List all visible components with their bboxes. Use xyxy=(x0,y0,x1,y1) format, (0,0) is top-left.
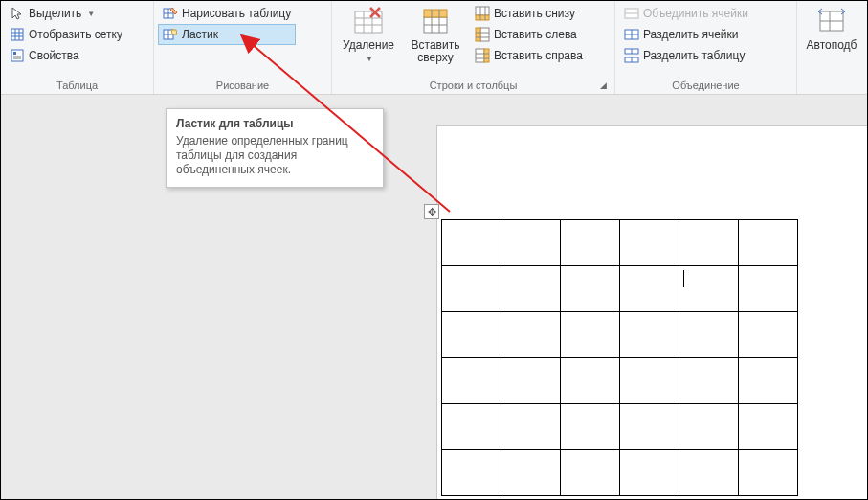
svg-rect-0 xyxy=(11,29,23,40)
insert-above-label: Вставить сверху xyxy=(409,39,462,64)
delete-icon xyxy=(352,5,385,37)
eraser-tooltip: Ластик для таблицы Удаление определенных… xyxy=(166,108,384,188)
show-gridlines-button[interactable]: Отобразить сетку xyxy=(5,24,127,45)
insert-left-button[interactable]: Вставить слева xyxy=(470,24,588,45)
document-table[interactable] xyxy=(441,219,798,496)
svg-rect-33 xyxy=(476,49,484,62)
insert-below-label: Вставить снизу xyxy=(494,7,575,20)
group-merge: Объединить ячейки Разделить ячейки Разде… xyxy=(615,1,797,94)
svg-rect-26 xyxy=(476,15,489,20)
insert-left-label: Вставить слева xyxy=(494,28,577,41)
svg-rect-21 xyxy=(424,10,447,17)
table-row xyxy=(442,450,798,496)
merge-cells-label: Объединить ячейки xyxy=(643,7,748,20)
split-table-icon xyxy=(624,48,639,63)
split-cells-button[interactable]: Разделить ячейки xyxy=(619,24,753,45)
table-row xyxy=(442,266,798,312)
tooltip-body: Удаление определенных границ таблицы для… xyxy=(176,134,373,177)
select-button[interactable]: Выделить ▼ xyxy=(5,3,127,24)
table-row xyxy=(442,220,798,266)
group-rows-cols-label: Строки и столбцы ◢ xyxy=(336,78,611,94)
merge-cells-button[interactable]: Объединить ячейки xyxy=(619,3,753,24)
svg-rect-30 xyxy=(476,28,480,41)
split-table-label: Разделить таблицу xyxy=(643,49,745,62)
svg-rect-5 xyxy=(11,50,23,61)
group-cellsize-label xyxy=(801,89,862,94)
insert-right-icon xyxy=(475,48,490,63)
table-move-handle[interactable]: ✥ xyxy=(424,204,439,219)
autofit-label: Автоподб xyxy=(807,39,857,52)
svg-rect-6 xyxy=(13,52,16,55)
select-label: Выделить xyxy=(29,7,81,20)
chevron-down-icon: ▼ xyxy=(87,10,95,18)
grid-icon xyxy=(10,27,25,42)
delete-label: Удаление xyxy=(343,38,394,52)
draw-table-label: Нарисовать таблицу xyxy=(182,7,291,20)
ribbon: Выделить ▼ Отобразить сетку Свойства Та xyxy=(1,1,867,95)
tooltip-title: Ластик для таблицы xyxy=(176,117,373,130)
document-area: ✥ xyxy=(1,95,867,499)
insert-above-button[interactable]: Вставить сверху xyxy=(403,3,468,78)
autofit-icon xyxy=(815,5,848,37)
group-cellsize: Автоподб xyxy=(797,1,866,94)
table-row xyxy=(442,404,798,450)
split-table-button[interactable]: Разделить таблицу xyxy=(619,45,753,66)
properties-button[interactable]: Свойства xyxy=(5,45,127,66)
eraser-label: Ластик xyxy=(182,28,218,41)
properties-label: Свойства xyxy=(29,49,79,62)
eraser-button[interactable]: Ластик xyxy=(158,24,296,45)
group-rows-cols: Удаление▼ Вставить сверху Вставить снизу xyxy=(332,1,615,94)
split-cells-label: Разделить ячейки xyxy=(643,28,739,41)
dialog-launcher-icon[interactable]: ◢ xyxy=(597,80,609,91)
show-gridlines-label: Отобразить сетку xyxy=(29,28,122,41)
insert-right-label: Вставить справа xyxy=(494,49,583,62)
cursor-icon xyxy=(10,6,25,21)
group-draw-label: Рисование xyxy=(158,78,327,94)
group-merge-label: Объединение xyxy=(619,78,792,94)
properties-icon xyxy=(10,48,25,63)
insert-above-icon xyxy=(419,5,452,37)
group-table-label: Таблица xyxy=(5,78,149,94)
chevron-down-icon: ▼ xyxy=(366,55,373,63)
group-table: Выделить ▼ Отобразить сетку Свойства Та xyxy=(1,1,154,94)
table-row xyxy=(442,358,798,404)
insert-left-icon xyxy=(475,27,490,42)
insert-right-button[interactable]: Вставить справа xyxy=(470,45,588,66)
eraser-icon xyxy=(163,27,178,42)
insert-below-button[interactable]: Вставить снизу xyxy=(470,3,588,24)
table-row xyxy=(442,312,798,358)
svg-rect-25 xyxy=(476,7,489,15)
merge-cells-icon xyxy=(624,6,639,21)
delete-button[interactable]: Удаление▼ xyxy=(336,3,401,78)
split-cells-icon xyxy=(624,27,639,42)
svg-rect-29 xyxy=(480,28,489,41)
insert-below-icon xyxy=(475,6,490,21)
svg-rect-34 xyxy=(484,49,489,62)
autofit-button[interactable]: Автоподб xyxy=(801,3,862,78)
draw-table-button[interactable]: Нарисовать таблицу xyxy=(158,3,296,24)
draw-table-icon xyxy=(163,6,178,21)
table-cell-cursor xyxy=(679,266,739,312)
group-draw: Нарисовать таблицу Ластик Рисование xyxy=(154,1,332,94)
